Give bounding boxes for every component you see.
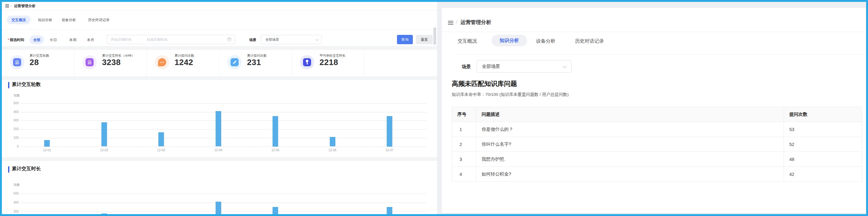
x-tick-label: 12-05: [266, 149, 285, 152]
bar: [44, 140, 50, 147]
badge-pin-icon: [300, 55, 314, 69]
bar-chart-rounds: 12-0112-0212-0312-0412-0512-0612-07: [21, 80, 426, 157]
tab-knowledge-analysis[interactable]: 知识分析: [492, 35, 527, 47]
required-asterisk: *: [8, 38, 9, 42]
ask-count-cell: 48: [784, 152, 862, 167]
gridline: [21, 129, 426, 129]
gridline: [21, 138, 426, 138]
y-tick-label: 500: [6, 192, 19, 195]
section-divider: [2, 46, 437, 50]
range-today-button[interactable]: 今日: [47, 38, 59, 42]
tab-interaction-overview[interactable]: 交互概况: [7, 16, 30, 24]
scene-select-value: 全部场景: [482, 60, 500, 72]
gridline: [21, 203, 426, 203]
gridline: [21, 212, 426, 212]
tab-device-analysis[interactable]: 设备分析: [62, 18, 76, 23]
stat-card-avg-round-duration: 平均单轮交互时长 2218: [292, 50, 364, 76]
document-lines-icon: [10, 55, 24, 69]
bar: [101, 214, 107, 214]
y-axis-label: 轮数: [14, 93, 20, 98]
left-tab-bar: 交互概况 知识分析 设备分析 历史对话记录: [2, 10, 437, 30]
row-index-cell: 2: [452, 137, 476, 152]
row-index-cell: 3: [452, 152, 476, 167]
y-tick-label: 0: [6, 145, 19, 148]
bar: [158, 132, 164, 147]
y-tick-label: 300: [6, 210, 19, 213]
question-cell: 如何转公积金?: [476, 167, 784, 182]
y-axis-label: 轮数: [14, 183, 20, 187]
miss-rate-text: 知识库未命中率：70/100 (知识库未覆盖问题数 / 用户总提问数): [452, 92, 569, 97]
hamburger-icon[interactable]: [5, 4, 9, 5]
chevron-down-icon: [316, 38, 319, 41]
section-divider: [2, 76, 437, 80]
tab-divider: [456, 55, 866, 55]
reset-button[interactable]: 重置: [416, 35, 433, 44]
calendar-icon[interactable]: [227, 38, 231, 41]
y-tick-label: 400: [6, 201, 19, 204]
scene-select[interactable]: 全部场景: [261, 35, 322, 44]
x-tick-label: 12-03: [152, 149, 170, 152]
x-tick-label: 12-02: [95, 149, 114, 152]
bar: [387, 207, 392, 214]
range-week-button[interactable]: 本周: [67, 38, 79, 42]
date-range-input[interactable]: 开始日期时间 结束日期时间: [107, 35, 235, 44]
bar: [273, 207, 278, 214]
bar: [216, 111, 221, 147]
scene-select-value: 全部场景: [266, 35, 279, 44]
scene-select[interactable]: 全部场景: [476, 60, 571, 72]
x-tick-label: 12-07: [380, 149, 399, 152]
chart-section-duration: 累计交互时长 轮数 12-0112-0212-0312-0412-0512-06…: [2, 161, 437, 214]
x-tick-label: 12-01: [38, 149, 56, 152]
filter-bar: *筛选时间 全部 今日 本周 本月 开始日期时间 结束日期时间 场景 全部场景 …: [2, 30, 437, 46]
tab-interaction-overview[interactable]: 交互概况: [458, 38, 477, 44]
range-month-button[interactable]: 本月: [84, 38, 97, 42]
page-title: 运营管理分析: [460, 19, 491, 26]
ask-count-cell: 42: [784, 167, 862, 182]
chart-section-rounds: 累计交互轮数 轮数 12-0112-0212-0312-0412-0512-06…: [2, 80, 437, 157]
table-header-cell: 序号: [452, 107, 476, 122]
table-header-row: 序号问题描述提问次数: [452, 107, 862, 122]
right-breadcrumb-bar: / 运营管理分析: [442, 8, 866, 32]
clipboard-pen-icon: [227, 55, 242, 69]
stats-row: 累计交互轮数 28 累计交互时长（分钟） 3238 累计提问次数 1242 累计…: [2, 50, 437, 76]
stat-card-total-asks: 累计提问次数 231: [219, 50, 292, 76]
title-marker: [8, 166, 9, 173]
hamburger-icon[interactable]: [448, 21, 453, 22]
stat-card-total-questions: 累计提问次数 1242: [147, 50, 219, 76]
gridline: [21, 147, 426, 147]
query-button[interactable]: 查询: [397, 35, 413, 44]
x-tick-label: 12-04: [209, 149, 228, 152]
tab-device-analysis[interactable]: 设备分析: [536, 38, 555, 44]
table-header-cell: 问题描述: [476, 107, 784, 122]
gridline: [21, 120, 426, 121]
scene-label: 场景: [249, 38, 256, 42]
table-row: 4如何转公积金?42: [452, 167, 862, 182]
table-row: 3我想办护照.48: [452, 152, 862, 167]
section-heading: 高频未匹配知识库问题: [452, 80, 517, 88]
row-index-cell: 4: [452, 167, 476, 182]
question-cell: 你是做什么的？: [476, 122, 784, 137]
tab-history-dialog[interactable]: 历史对话记录: [88, 18, 110, 23]
y-tick-label: 100: [6, 136, 19, 140]
title-marker: [8, 82, 9, 88]
bar-chart-duration: 12-0112-0212-0312-0412-0512-0612-07: [21, 161, 426, 214]
app-window: / 运营管理分析 交互概况 知识分析 设备分析 历史对话记录 *筛选时间 全部 …: [0, 0, 868, 216]
range-all-button[interactable]: 全部: [30, 35, 44, 44]
x-tick-label: 12-06: [323, 149, 342, 152]
row-index-cell: 1: [452, 122, 476, 137]
tab-history-dialog[interactable]: 历史对话记录: [575, 38, 604, 44]
end-date-placeholder: 结束日期时间: [147, 35, 167, 44]
y-tick-label: 300: [6, 119, 19, 122]
vertical-scrollbar-thumb[interactable]: [433, 27, 436, 45]
table-header-cell: 提问次数: [784, 107, 862, 122]
left-panel-interaction-overview: / 运营管理分析 交互概况 知识分析 设备分析 历史对话记录 *筛选时间 全部 …: [2, 2, 437, 214]
table-row: 2你叫什么名字?52: [452, 137, 862, 152]
ask-count-cell: 53: [784, 122, 862, 137]
breadcrumb-separator: /: [10, 4, 11, 7]
y-tick-label: 200: [6, 127, 19, 131]
right-panel-knowledge-analysis: / 运营管理分析 交互概况 知识分析 设备分析 历史对话记录 场景 全部场景 高…: [442, 8, 866, 213]
tab-knowledge-analysis[interactable]: 知识分析: [38, 18, 52, 23]
chevron-down-icon: [563, 64, 567, 68]
bar: [387, 116, 392, 146]
ask-count-cell: 52: [784, 137, 862, 152]
